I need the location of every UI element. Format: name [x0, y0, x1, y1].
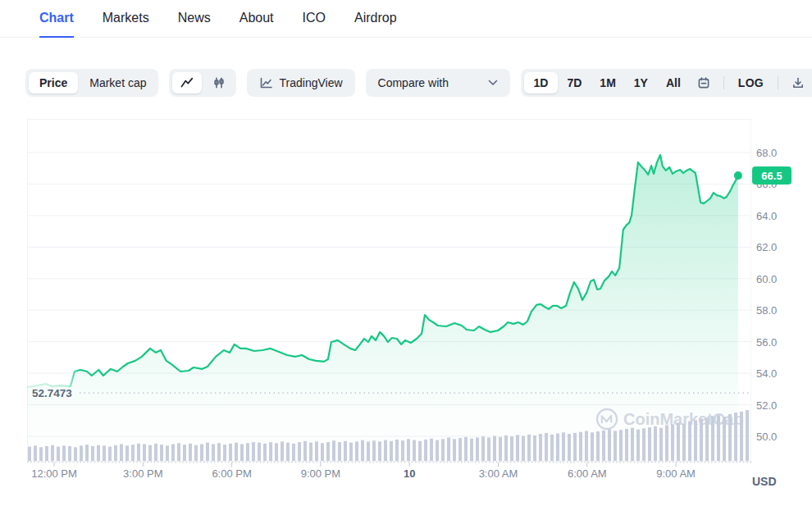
x-axis-tick-label: 9:00 AM — [639, 467, 713, 480]
tab-airdrop[interactable]: Airdrop — [354, 0, 397, 38]
range-7d[interactable]: 7D — [558, 69, 591, 97]
y-axis-tick-label: 62.0 — [756, 241, 777, 253]
current-price-badge: 66.5 — [752, 166, 791, 185]
x-axis-tick-label: 12:00 PM — [17, 467, 91, 480]
chart-toolbar: Price Market cap TradingView Compare wit… — [25, 69, 812, 97]
last-price-dot — [734, 171, 742, 180]
page-tabs: ChartMarketsNewsAboutICOAirdrop — [0, 0, 812, 38]
metric-option-price[interactable]: Price — [29, 72, 78, 93]
tab-news[interactable]: News — [178, 0, 211, 38]
download-icon — [791, 76, 805, 89]
compare-with-dropdown[interactable]: Compare with — [366, 69, 510, 97]
y-axis-tick-label: 64.0 — [756, 209, 777, 221]
line-chart-type-button[interactable] — [172, 72, 202, 93]
toolbar-divider — [723, 76, 724, 89]
tab-about[interactable]: About — [239, 0, 274, 38]
line-chart-icon — [180, 76, 194, 89]
y-axis-tick-label: 52.0 — [756, 399, 777, 411]
tradingview-button[interactable]: TradingView — [247, 69, 355, 97]
chart-type-toggle — [169, 69, 236, 97]
range-1m[interactable]: 1M — [591, 69, 624, 97]
toolbar-divider — [778, 76, 778, 89]
currency-unit-label: USD — [752, 475, 777, 488]
x-axis-tick-label: 3:00 PM — [106, 467, 180, 480]
download-button[interactable] — [784, 72, 812, 93]
tab-ico[interactable]: ICO — [303, 0, 326, 38]
x-axis-tick-label: 10 — [372, 467, 446, 480]
chevron-down-icon — [488, 80, 498, 86]
x-axis-tick-label: 6:00 AM — [550, 467, 624, 480]
range-all[interactable]: All — [657, 69, 690, 97]
calendar-button[interactable] — [690, 72, 718, 93]
x-axis-tick-label: 9:00 PM — [284, 467, 358, 480]
tradingview-icon — [259, 76, 273, 89]
tab-chart[interactable]: Chart — [39, 0, 74, 38]
calendar-icon — [697, 76, 710, 89]
range-1d[interactable]: 1D — [524, 72, 559, 93]
price-chart-canvas[interactable]: CoinMarketCap52.7473 — [27, 119, 751, 468]
x-axis-tick-label: 6:00 PM — [195, 467, 269, 480]
range-selector: 1D7D1M1YAll LOG — [521, 69, 812, 97]
y-axis-tick-label: 68.0 — [756, 147, 777, 159]
y-axis-tick-label: 54.0 — [756, 367, 777, 380]
metric-option-marketcap[interactable]: Market cap — [81, 69, 157, 97]
log-scale-button[interactable]: LOG — [730, 76, 772, 89]
tab-markets[interactable]: Markets — [103, 0, 149, 38]
y-axis-tick-label: 60.0 — [756, 272, 777, 285]
candlestick-chart-type-button[interactable] — [205, 72, 233, 93]
y-axis-tick-label: 58.0 — [756, 304, 777, 317]
low-price-annotation: 52.7473 — [32, 387, 72, 399]
candlestick-icon — [212, 76, 226, 89]
tradingview-label: TradingView — [280, 76, 343, 89]
metric-toggle: Price Market cap — [25, 69, 158, 97]
compare-with-label: Compare with — [378, 76, 449, 89]
y-axis-tick-label: 50.0 — [756, 430, 777, 442]
y-axis-tick-label: 56.0 — [756, 335, 777, 348]
x-axis-tick-label: 3:00 AM — [462, 467, 536, 480]
range-1y[interactable]: 1Y — [625, 69, 657, 97]
